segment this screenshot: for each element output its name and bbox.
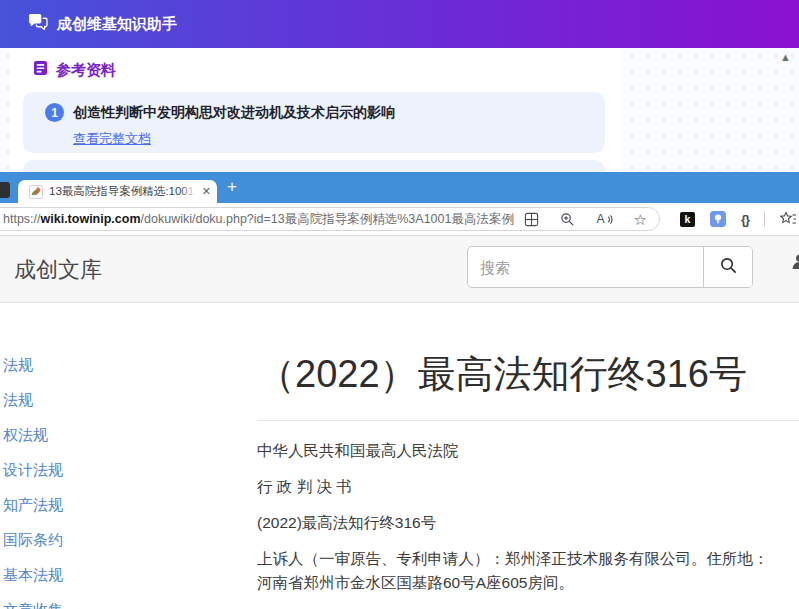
user-icon[interactable]	[791, 253, 799, 274]
browser-window: 13最高院指导案例精选:1001最高 ✕ + https://wiki.towi…	[0, 172, 799, 609]
sidebar-link[interactable]: 国际条约	[3, 532, 63, 547]
zoom-in-icon[interactable]	[560, 212, 575, 227]
title-divider	[257, 420, 799, 421]
article-paragraph: (2022)最高法知行终316号	[257, 513, 799, 533]
url-scheme: https://	[3, 212, 41, 226]
extension-pin-icon[interactable]	[710, 211, 726, 227]
sidebar-link[interactable]: 法规	[3, 392, 63, 407]
article-paragraph: 上诉人（一审原告、专利申请人）：郑州泽正技术服务有限公司。住所地：	[257, 549, 799, 569]
search-button[interactable]	[703, 247, 752, 287]
wiki-page-content: 法规 法规 权法规 设计法规 知产法规 国际条约 基本法规 文章收集 （2022…	[0, 303, 799, 609]
sidebar-nav: 法规 法规 权法规 设计法规 知产法规 国际条约 基本法规 文章收集	[3, 357, 63, 609]
tab-title: 13最高院指导案例精选:1001最高	[49, 184, 196, 199]
scroll-up-arrow[interactable]: ▲	[780, 51, 791, 63]
sidebar-link[interactable]: 法规	[3, 357, 63, 372]
split-screen-icon[interactable]	[524, 212, 539, 227]
svg-text:A: A	[596, 212, 605, 226]
reference-card[interactable]: 1 创造性判断中发明构思对改进动机及技术启示的影响 查看完整文档	[23, 92, 605, 153]
view-full-doc-link[interactable]: 查看完整文档	[73, 130, 151, 148]
book-icon	[33, 60, 48, 80]
references-section-title: 参考资料	[56, 61, 116, 80]
wiki-page-header: 成创文库	[0, 236, 799, 303]
article-paragraph: 中华人民共和国最高人民法院	[257, 441, 799, 461]
chat-panel: 参考资料 1 创造性判断中发明构思对改进动机及技术启示的影响 查看完整文档	[10, 48, 622, 172]
article-body: 中华人民共和国最高人民法院 行 政 判 决 书 (2022)最高法知行终316号…	[257, 441, 799, 593]
search-input[interactable]	[468, 247, 703, 287]
tab-bar: 13最高院指导案例精选:1001最高 ✕ +	[0, 172, 799, 203]
reference-number-badge: 1	[45, 103, 64, 122]
tab-close-icon[interactable]: ✕	[202, 185, 211, 198]
article-paragraph: 河南省郑州市金水区国基路60号A座605房间。	[257, 573, 799, 593]
read-aloud-icon[interactable]: A	[596, 212, 613, 227]
chat-bubbles-icon	[27, 13, 48, 36]
sidebar-link[interactable]: 文章收集	[3, 602, 63, 609]
favorites-hub-icon[interactable]	[780, 211, 797, 227]
article-paragraph: 行 政 判 决 书	[257, 477, 799, 497]
assistant-header: 成创维基知识助手	[0, 0, 799, 48]
extensions-toolbar: k {}	[680, 203, 797, 235]
assistant-body: 参考资料 1 创造性判断中发明构思对改进动机及技术启示的影响 查看完整文档 ▲	[0, 48, 799, 172]
screen: 成创维基知识助手 参考资料 1 创造性判断中发明构思对改进动机及技术启示的影响 …	[0, 0, 799, 609]
address-bar-actions: A ☆	[514, 212, 647, 227]
dokuwiki-favicon-icon	[29, 185, 43, 199]
wiki-page: 成创文库 法规 法规 权法规	[0, 236, 799, 609]
reference-title: 创造性判断中发明构思对改进动机及技术启示的影响	[73, 103, 395, 122]
search-box	[467, 246, 753, 288]
url-host: wiki.towinip.com	[41, 212, 141, 226]
address-bar: https://wiki.towinip.com/dokuwiki/doku.p…	[0, 203, 799, 236]
extension-k-icon[interactable]: k	[680, 212, 695, 227]
new-tab-button[interactable]: +	[227, 177, 237, 197]
url-path: /dokuwiki/doku.php?id=13最高院指导案例精选%3A1001…	[141, 211, 514, 228]
site-title: 成创文库	[14, 255, 102, 285]
extension-braces-icon[interactable]: {}	[741, 212, 749, 227]
article-title: （2022）最高法知行终316号	[257, 353, 799, 395]
assistant-title: 成创维基知识助手	[57, 15, 177, 34]
sidebar-link[interactable]: 知产法规	[3, 497, 63, 512]
reference-card-partial[interactable]	[23, 160, 605, 172]
partial-app-icon[interactable]	[0, 182, 10, 198]
favorite-star-icon[interactable]: ☆	[634, 212, 647, 227]
url-input[interactable]: https://wiki.towinip.com/dokuwiki/doku.p…	[0, 207, 660, 231]
sidebar-link[interactable]: 基本法规	[3, 567, 63, 582]
references-section-header: 参考资料	[33, 60, 116, 80]
sidebar-link[interactable]: 设计法规	[3, 462, 63, 477]
toolbar-separator	[764, 211, 765, 227]
reference-card-body: 创造性判断中发明构思对改进动机及技术启示的影响 查看完整文档	[73, 103, 395, 153]
sidebar-link[interactable]: 权法规	[3, 427, 63, 442]
browser-tab[interactable]: 13最高院指导案例精选:1001最高 ✕	[18, 180, 217, 203]
article: （2022）最高法知行终316号 中华人民共和国最高人民法院 行 政 判 决 书…	[257, 303, 799, 609]
search-icon	[719, 256, 738, 278]
